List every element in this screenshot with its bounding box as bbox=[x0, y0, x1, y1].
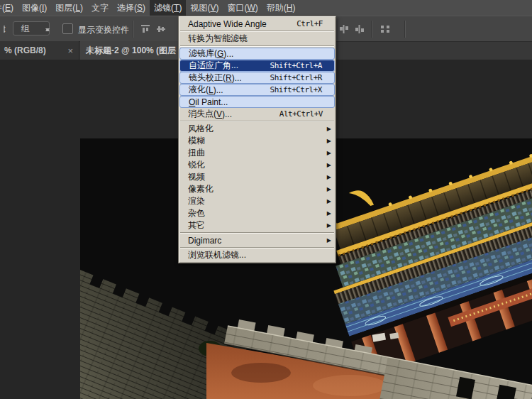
menubar-item-label: 窗口( bbox=[227, 2, 247, 14]
menubar-item-accel: H bbox=[287, 3, 293, 13]
menu-item-label-end: il Paint... bbox=[195, 97, 228, 107]
menu-bar: 件(E) 图像(I) 图层(L) 文字 选择(S) 滤镜(T) 视图(V) 窗口… bbox=[0, 0, 532, 16]
menu-item-label: 转换为智能滤镜 bbox=[188, 33, 248, 45]
document-tab-inactive[interactable]: % (RGB/8) × bbox=[0, 41, 79, 60]
photoshop-window: 件(E) 图像(I) 图层(L) 文字 选择(S) 滤镜(T) 视图(V) 窗口… bbox=[0, 0, 532, 399]
menu-separator bbox=[180, 31, 334, 32]
filter-menu: Adaptive Wide AngleCtrl+F 转换为智能滤镜 滤镜库(G)… bbox=[178, 16, 336, 263]
submenu-arrow-icon: ▶ bbox=[327, 186, 331, 192]
menu-item-accel: V bbox=[216, 109, 222, 119]
align-top-edges-icon[interactable] bbox=[140, 24, 150, 34]
menu-item-label: 杂色 bbox=[188, 207, 205, 219]
menu-item-label: 像素化 bbox=[188, 183, 214, 195]
menubar-item-accel: T bbox=[174, 3, 179, 13]
menubar-item[interactable]: 图像(I) bbox=[18, 0, 51, 16]
menubar-item[interactable]: 选择(S) bbox=[113, 0, 150, 16]
menubar-item[interactable]: 视图(V) bbox=[186, 0, 223, 16]
menubar-item-accel: L bbox=[75, 3, 80, 13]
submenu-arrow-icon: ▶ bbox=[327, 150, 331, 156]
filter-menu-item[interactable]: 视频▶ bbox=[179, 171, 335, 183]
filter-menu-item[interactable]: 消失点(V)...Alt+Ctrl+V bbox=[179, 108, 335, 120]
filter-menu-item[interactable]: 风格化▶ bbox=[179, 123, 335, 135]
menubar-item-accel: V bbox=[210, 3, 216, 13]
menubar-item-label: 图层( bbox=[55, 2, 75, 14]
menu-item-label-end: )... bbox=[232, 73, 242, 83]
menubar-item-label: 帮助( bbox=[267, 2, 287, 14]
filter-menu-item[interactable]: 杂色▶ bbox=[179, 207, 335, 219]
filter-menu-item[interactable]: 自适应广角...Shift+Ctrl+A bbox=[179, 60, 335, 72]
align-vertical-centers-icon[interactable] bbox=[156, 24, 166, 34]
menu-item-shortcut: Alt+Ctrl+V bbox=[279, 109, 332, 119]
menu-separator bbox=[180, 247, 334, 248]
menu-item-label-end: )... bbox=[214, 85, 223, 95]
menu-item-label: 自适应广角... bbox=[189, 60, 238, 72]
menu-item-shortcut: Shift+Ctrl+X bbox=[270, 85, 331, 94]
show-transform-controls-checkbox[interactable] bbox=[62, 23, 73, 34]
menu-item-label: Digimarc bbox=[188, 236, 221, 246]
dropdown-value: 组 bbox=[21, 23, 44, 35]
menu-item-label: 风格化 bbox=[188, 123, 214, 135]
menu-item-label: 渲染 bbox=[188, 195, 205, 207]
menubar-item-label-end: ) bbox=[80, 3, 83, 13]
menu-item-accel: O bbox=[189, 97, 195, 107]
menu-item-label: 扭曲 bbox=[188, 147, 205, 159]
menubar-item[interactable]: 滤镜(T) bbox=[150, 0, 186, 16]
menubar-item[interactable]: 件(E) bbox=[0, 0, 18, 16]
filter-menu-item[interactable]: 锐化▶ bbox=[179, 159, 335, 171]
menubar-item-label: 选择( bbox=[117, 2, 137, 14]
menubar-item[interactable]: 文字 bbox=[87, 0, 113, 16]
menubar-item-accel: E bbox=[5, 3, 11, 13]
menu-item-label: 浏览联机滤镜... bbox=[188, 249, 246, 261]
filter-menu-item[interactable]: 滤镜库(G)... bbox=[179, 48, 335, 60]
menubar-item-label-end: ) bbox=[216, 3, 218, 13]
menu-item-accel: L bbox=[209, 85, 214, 95]
menu-separator bbox=[180, 45, 334, 47]
filter-menu-item[interactable]: 其它▶ bbox=[179, 219, 335, 231]
filter-menu-item[interactable]: 像素化▶ bbox=[179, 183, 335, 195]
menubar-item-label-end: ) bbox=[143, 3, 145, 13]
filter-menu-item[interactable]: 浏览联机滤镜... bbox=[179, 249, 335, 261]
menu-item-label: 视频 bbox=[188, 171, 205, 183]
menu-item-label-end: )... bbox=[222, 109, 232, 119]
menu-item-label: 模糊 bbox=[188, 135, 205, 147]
menu-item-shortcut: Shift+Ctrl+R bbox=[270, 73, 331, 82]
submenu-arrow-icon: ▶ bbox=[327, 237, 331, 244]
distribute-top-edges-icon[interactable] bbox=[339, 24, 349, 34]
menu-item-label: 镜头校正( bbox=[189, 72, 226, 84]
menu-separator bbox=[180, 121, 334, 122]
distribute-horizontal-centers-icon[interactable] bbox=[380, 24, 390, 34]
menubar-item-accel: W bbox=[247, 3, 255, 13]
menubar-item-label-end: ) bbox=[11, 3, 13, 13]
menu-separator bbox=[180, 232, 334, 234]
options-separator bbox=[404, 21, 405, 38]
menubar-item-label-end: ) bbox=[292, 3, 295, 13]
menubar-item[interactable]: 窗口(W) bbox=[223, 0, 262, 16]
menubar-item-label-end: ) bbox=[255, 3, 258, 13]
options-separator bbox=[133, 21, 133, 38]
tab-title: % (RGB/8) bbox=[4, 45, 46, 55]
show-transform-controls-label: 显示变换控件 bbox=[78, 24, 129, 36]
close-tab-icon[interactable]: × bbox=[67, 45, 73, 56]
menubar-item-label: 视图( bbox=[190, 2, 210, 14]
auto-select-target-dropdown[interactable]: 组 bbox=[13, 21, 50, 35]
menubar-item-label-end: ) bbox=[44, 3, 47, 13]
filter-menu-item[interactable]: 扭曲▶ bbox=[179, 147, 335, 159]
filter-menu-item[interactable]: 镜头校正(R)...Shift+Ctrl+R bbox=[179, 72, 335, 84]
menubar-item[interactable]: 图层(L) bbox=[51, 0, 87, 16]
submenu-arrow-icon: ▶ bbox=[327, 162, 331, 168]
filter-menu-item[interactable]: 转换为智能滤镜 bbox=[179, 33, 335, 45]
filter-menu-item[interactable]: 模糊▶ bbox=[179, 135, 335, 147]
menubar-item-label-end: ) bbox=[179, 3, 182, 13]
filter-menu-item[interactable]: 渲染▶ bbox=[179, 195, 335, 207]
distribute-vertical-centers-icon[interactable] bbox=[355, 24, 365, 34]
menu-item-shortcut: Ctrl+F bbox=[297, 19, 332, 28]
menubar-item[interactable]: 帮助(H) bbox=[262, 0, 300, 16]
menu-item-label: 滤镜库( bbox=[189, 48, 217, 60]
options-separator bbox=[371, 21, 372, 38]
menu-item-label: 锐化 bbox=[188, 159, 205, 171]
menubar-item-label: 滤镜( bbox=[154, 2, 174, 14]
filter-menu-item[interactable]: Oil Paint... bbox=[179, 96, 335, 108]
filter-menu-item[interactable]: Digimarc▶ bbox=[179, 234, 335, 246]
filter-menu-item[interactable]: Adaptive Wide AngleCtrl+F bbox=[179, 18, 335, 30]
filter-menu-item[interactable]: 液化(L)...Shift+Ctrl+X bbox=[179, 84, 335, 96]
